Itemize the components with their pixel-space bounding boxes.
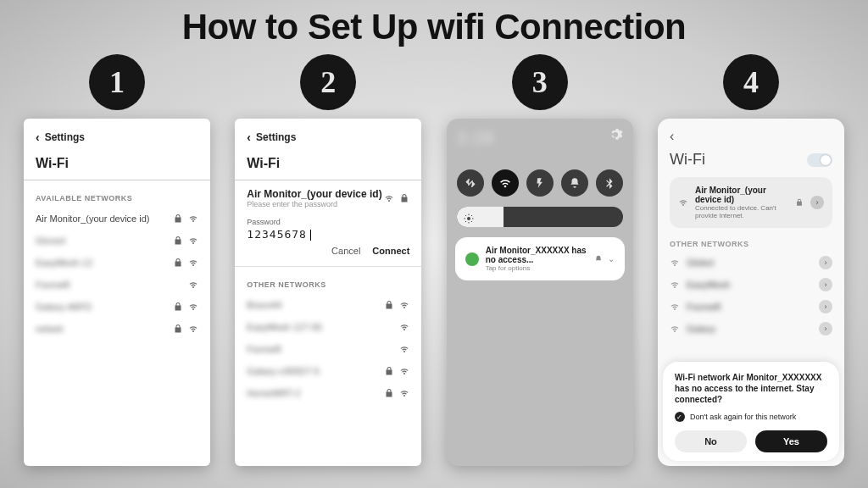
wifi-icon [188, 214, 198, 224]
network-name: EasyMesh [687, 280, 730, 290]
step-badge-4: 4 [723, 54, 779, 110]
gear-icon[interactable] [608, 127, 623, 142]
lock-icon [399, 193, 409, 203]
wifi-icon [384, 193, 394, 203]
network-row[interactable]: Fsonwifi› [670, 296, 832, 318]
network-row[interactable]: EasyMesh 127-55 [247, 316, 409, 338]
network-name: Glided [687, 258, 714, 268]
chevron-left-icon: ‹ [247, 130, 251, 144]
wifi-icon [399, 344, 409, 354]
qs-data-icon[interactable] [457, 169, 484, 197]
chevron-left-icon: ‹ [36, 130, 40, 144]
network-row[interactable]: Gloved [36, 230, 198, 252]
network-row[interactable]: HomeWRT-2 [247, 382, 409, 404]
network-name: Fsonwifi [687, 302, 721, 312]
network-name: Galaxy [687, 324, 715, 334]
screen-title: Wi-Fi [670, 151, 705, 169]
qs-bluetooth-icon[interactable] [596, 169, 623, 197]
connect-button[interactable]: Connect [372, 246, 409, 256]
network-row[interactable]: Galaxy-A6FD [36, 296, 198, 318]
sheet-message: Wi-Fi network Air Monitor_XXXXXXX has no… [675, 372, 827, 405]
divider [235, 180, 421, 180]
password-hint: Please enter the password [247, 200, 381, 208]
chevron-right-icon[interactable]: › [819, 300, 832, 313]
bell-icon [594, 255, 603, 263]
wifi-icon [188, 236, 198, 246]
selected-network-name: Air Monitor_(your device id) [247, 188, 381, 200]
phone-1: ‹ Settings Wi-Fi AVAILABLE NETWORKS Air … [24, 119, 210, 466]
network-name: Air Monitor_(your device id) [36, 214, 150, 224]
network-row[interactable]: Air Monitor_(your device id) [36, 208, 198, 230]
network-name: Galaxy-x305D7-5 [247, 366, 320, 376]
lock-icon [173, 302, 183, 312]
step-2: 2 ‹ Settings Wi-Fi Air Monitor_(your dev… [230, 54, 426, 466]
phone-4: ‹ Wi-Fi Air Monitor_(your device id) Con… [658, 119, 844, 466]
divider [24, 180, 210, 180]
screen-title: Wi-Fi [247, 156, 409, 171]
step-badge-1: 1 [89, 54, 145, 110]
network-name: netwet [36, 324, 63, 334]
network-row[interactable]: netwet [36, 318, 198, 340]
network-row[interactable]: EasyMesh› [670, 274, 832, 296]
check-icon: ✓ [675, 412, 685, 422]
network-row[interactable]: Galaxy-x305D7-5 [247, 360, 409, 382]
chevron-right-icon[interactable]: › [810, 196, 824, 209]
network-row[interactable]: EasyMesh-12 [36, 252, 198, 274]
lock-icon [384, 366, 394, 376]
step-badge-2: 2 [300, 54, 356, 110]
password-label: Password [247, 218, 409, 226]
qs-dnd-icon[interactable] [561, 169, 588, 197]
chevron-right-icon[interactable]: › [819, 278, 832, 291]
selected-network-row[interactable]: Air Monitor_(your device id) Please ente… [247, 187, 409, 209]
network-name: EasyMesh-12 [36, 258, 92, 268]
back-label: Settings [45, 131, 85, 143]
connected-network-status: Connected to device. Can't provide Inter… [695, 204, 788, 219]
yes-button[interactable]: Yes [755, 430, 827, 452]
chevron-right-icon[interactable]: › [819, 256, 832, 269]
wifi-icon [670, 324, 680, 334]
cancel-button[interactable]: Cancel [331, 246, 360, 256]
wifi-icon [670, 302, 680, 312]
back-to-settings[interactable]: ‹ Settings [247, 130, 409, 144]
brightness-slider[interactable] [457, 207, 623, 227]
wifi-icon [678, 197, 688, 208]
network-row[interactable]: Fsonwifi [36, 274, 198, 296]
wifi-icon [399, 322, 409, 332]
wifi-toggle[interactable] [807, 153, 832, 167]
step-3: 3 2:28 [442, 54, 638, 466]
connected-network-card[interactable]: Air Monitor_(your device id) Connected t… [670, 177, 832, 228]
no-internet-notification[interactable]: Air Monitor_XXXXXX has no access... Tap … [455, 237, 625, 280]
dont-ask-again-row[interactable]: ✓ Don't ask again for this network [675, 412, 827, 422]
no-button[interactable]: No [675, 430, 747, 452]
back-button[interactable]: ‹ [670, 129, 832, 144]
step-badge-3: 3 [512, 54, 568, 110]
page-title: How to Set Up wifi Connection [182, 7, 686, 47]
network-row[interactable]: Fsonwifi [247, 338, 409, 360]
chevron-down-icon[interactable]: ⌄ [608, 254, 615, 263]
network-row[interactable]: Bravo44 [247, 294, 409, 316]
wifi-icon [399, 366, 409, 376]
phone-3: 2:28 Air Monitor_XXXXXX has no acces [447, 119, 633, 466]
lock-icon [173, 258, 183, 268]
network-name: Fsonwifi [36, 280, 70, 290]
quick-settings-icons [457, 169, 623, 197]
phone-2: ‹ Settings Wi-Fi Air Monitor_(your devic… [235, 119, 421, 466]
other-networks-header: OTHER NETWORKS [247, 280, 409, 289]
lock-icon [795, 197, 804, 208]
qs-flashlight-icon[interactable] [526, 169, 554, 197]
back-to-settings[interactable]: ‹ Settings [36, 130, 198, 144]
password-input[interactable]: 12345678 [247, 228, 409, 241]
wifi-icon [188, 302, 198, 312]
chevron-right-icon[interactable]: › [819, 322, 832, 336]
other-networks-header: OTHER NETWORKS [670, 240, 832, 248]
status-time: 2:28 [457, 127, 494, 149]
dont-ask-again-label: Don't ask again for this network [690, 413, 796, 421]
notification-title: Air Monitor_XXXXXX has no access... [486, 246, 587, 264]
qs-wifi-icon[interactable] [492, 169, 519, 197]
network-row[interactable]: Glided› [670, 252, 832, 274]
notification-subtitle: Tap for options [486, 264, 587, 272]
network-name: Galaxy-A6FD [36, 302, 92, 312]
wifi-icon [670, 280, 680, 290]
network-row[interactable]: Galaxy› [670, 318, 832, 340]
available-networks-header: AVAILABLE NETWORKS [36, 194, 198, 202]
